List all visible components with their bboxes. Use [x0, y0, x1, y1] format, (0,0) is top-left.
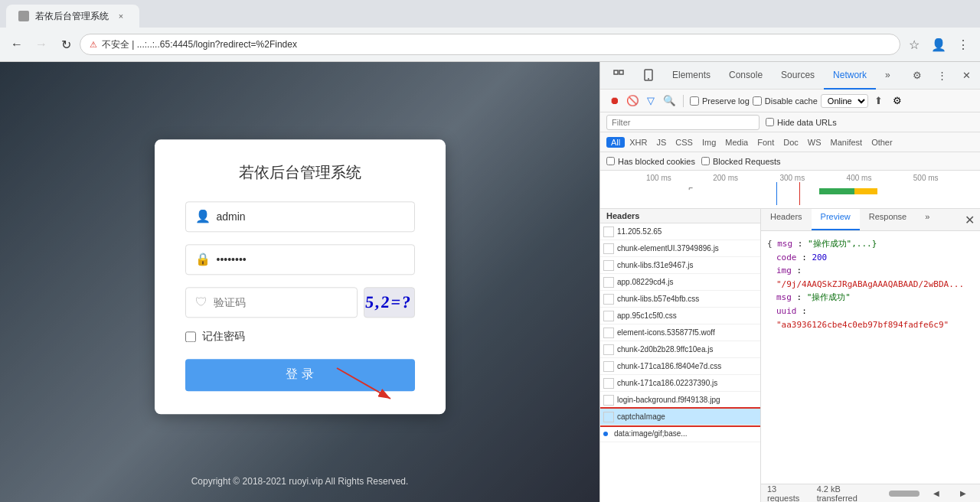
devtools-tab-console[interactable]: Console	[720, 62, 772, 90]
detail-tab-response[interactable]: Response	[860, 209, 916, 230]
item-name-7: chunk-2d0b2b28.9ffc10ea.js	[617, 345, 757, 354]
item-checkbox-0	[603, 227, 614, 237]
url-text: 不安全 | ...:..:..65:4445/login?redirect=%2…	[102, 38, 890, 51]
username-input[interactable]	[217, 210, 405, 223]
password-input[interactable]	[217, 253, 405, 266]
remember-label: 记住密码	[202, 330, 245, 344]
network-item-4[interactable]: chunk-libs.b57e4bfb.css	[600, 291, 760, 308]
menu-button[interactable]: ⋮	[952, 34, 974, 55]
network-item-11[interactable]: captchaImage	[600, 409, 760, 425]
login-button[interactable]: 登 录	[185, 359, 415, 391]
type-filter-img[interactable]: Img	[697, 137, 720, 148]
item-checkbox-1	[603, 243, 614, 254]
blocked-requests-check: Blocked Requests	[701, 157, 781, 166]
username-field: 👤	[185, 201, 415, 232]
import-button[interactable]: ⬆	[871, 93, 887, 109]
network-item-5[interactable]: app.95c1c5f0.css	[600, 308, 760, 324]
disable-cache-checkbox[interactable]	[753, 96, 762, 106]
captcha-input[interactable]	[214, 296, 348, 308]
timeline-bracket: ⌐	[688, 184, 693, 192]
throttle-select[interactable]: Online	[821, 94, 868, 108]
timeline-label-100: 100 ms	[646, 174, 713, 182]
detail-close-button[interactable]: ✕	[959, 209, 980, 230]
timeline-label-400: 400 ms	[847, 174, 913, 182]
network-item-7[interactable]: chunk-2d0b2b28.9ffc10ea.js	[600, 341, 760, 358]
detail-tab-more[interactable]: »	[916, 209, 939, 230]
type-filter-other[interactable]: Other	[867, 137, 897, 148]
svg-rect-2	[614, 70, 618, 74]
devtools-tab-network[interactable]: Network	[824, 62, 876, 90]
devtools-more-button[interactable]: ⋮	[931, 65, 952, 86]
filter-button[interactable]: ▽	[643, 93, 658, 109]
browser-tab[interactable]: 若依后台管理系统 ×	[6, 5, 139, 28]
record-button[interactable]: ⏺	[606, 93, 622, 109]
type-filter-all[interactable]: All	[606, 137, 625, 148]
devtools-tab-bar: Elements Console Sources Network » ⚙ ⋮ ✕	[600, 62, 980, 90]
captcha-image[interactable]: 5,2=?	[364, 287, 415, 318]
network-item-2[interactable]: chunk-libs.f31e9467.js	[600, 257, 760, 274]
network-item-8[interactable]: chunk-171ca186.f8404e7d.css	[600, 358, 760, 375]
transferred-size: 4.2 kB transferred	[817, 484, 883, 503]
type-filter-xhr[interactable]: XHR	[625, 137, 652, 148]
type-filter-font[interactable]: Font	[753, 137, 779, 148]
type-filter-doc[interactable]: Doc	[779, 137, 803, 148]
hide-data-urls-check: Hide data URLs	[766, 118, 837, 127]
clear-button[interactable]: 🚫	[625, 93, 640, 109]
devtools-tab-inspect[interactable]	[603, 62, 634, 90]
devtools-close-button[interactable]: ✕	[956, 65, 977, 86]
network-item-1[interactable]: chunk-elementUI.37949896.js	[600, 240, 760, 257]
type-filter-ws[interactable]: WS	[803, 137, 826, 148]
network-item-12[interactable]: data:image/gif;base...	[600, 425, 760, 442]
detail-tab-preview[interactable]: Preview	[812, 209, 860, 230]
requests-count: 13 requests	[767, 484, 811, 503]
blocked-cookies-checkbox[interactable]	[606, 157, 615, 165]
disable-cache-check: Disable cache	[753, 96, 818, 106]
detail-tab-headers[interactable]: Headers	[761, 209, 812, 230]
type-filter-media[interactable]: Media	[720, 137, 753, 148]
network-item-3[interactable]: app.08229cd4.js	[600, 274, 760, 291]
devtools-tab-elements[interactable]: Elements	[663, 62, 720, 90]
type-filter-css[interactable]: CSS	[671, 137, 697, 148]
svg-rect-3	[619, 70, 623, 74]
network-item-6[interactable]: element-icons.535877f5.woff	[600, 324, 760, 341]
scroll-left-button[interactable]: ◀	[926, 483, 947, 503]
remember-checkbox[interactable]	[185, 331, 196, 342]
item-name-2: chunk-libs.f31e9467.js	[617, 261, 757, 269]
item-name-5: app.95c1c5f0.css	[617, 311, 757, 320]
back-button[interactable]: ←	[6, 34, 28, 55]
devtools-tab-sources[interactable]: Sources	[772, 62, 824, 90]
timeline-marker-blue	[776, 182, 777, 205]
network-split: Headers 11.205.52.65 chunk-elementUI.379…	[600, 209, 980, 502]
account-button[interactable]: 👤	[928, 34, 949, 55]
devtools-tab-more[interactable]: »	[876, 62, 900, 90]
reload-button[interactable]: ↻	[55, 34, 77, 55]
timeline-labels: 100 ms 200 ms 300 ms 400 ms 500 ms	[600, 171, 980, 182]
password-field: 🔒	[185, 244, 415, 275]
preserve-log-checkbox[interactable]	[690, 96, 699, 106]
blocked-requests-checkbox[interactable]	[701, 157, 710, 165]
bookmark-button[interactable]: ☆	[903, 34, 925, 55]
network-item-9[interactable]: chunk-171ca186.02237390.js	[600, 375, 760, 392]
type-filter-js[interactable]: JS	[652, 137, 671, 148]
hide-data-urls-checkbox[interactable]	[766, 118, 774, 126]
address-bar[interactable]: ⚠ 不安全 | ...:..:..65:4445/login?redirect=…	[80, 34, 900, 55]
devtools-tab-device[interactable]	[634, 62, 663, 90]
nav-actions: ☆ 👤 ⋮	[903, 34, 974, 55]
scrollbar[interactable]	[889, 491, 920, 497]
item-name-10: login-background.f9f49138.jpg	[617, 396, 757, 404]
type-filter-manifest[interactable]: Manifest	[826, 137, 867, 148]
devtools-settings-button[interactable]: ⚙	[906, 65, 928, 86]
timeline: 100 ms 200 ms 300 ms 400 ms 500 ms ⌐	[600, 171, 980, 209]
item-name-12: data:image/gif;base...	[614, 429, 757, 438]
network-item-0[interactable]: 11.205.52.65	[600, 223, 760, 240]
item-name-0: 11.205.52.65	[617, 227, 757, 236]
search-button[interactable]: 🔍	[662, 93, 677, 109]
export-button[interactable]: ⚙	[890, 93, 905, 109]
captcha-code: 5,2=?	[364, 292, 413, 312]
forward-button[interactable]: →	[31, 34, 52, 55]
filter-input[interactable]	[606, 115, 760, 130]
network-item-10[interactable]: login-background.f9f49138.jpg	[600, 392, 760, 409]
scroll-right-button[interactable]: ▶	[952, 483, 974, 503]
json-root-open: { msg : "操作成功",...}	[767, 237, 974, 251]
tab-close-button[interactable]: ×	[115, 10, 127, 22]
